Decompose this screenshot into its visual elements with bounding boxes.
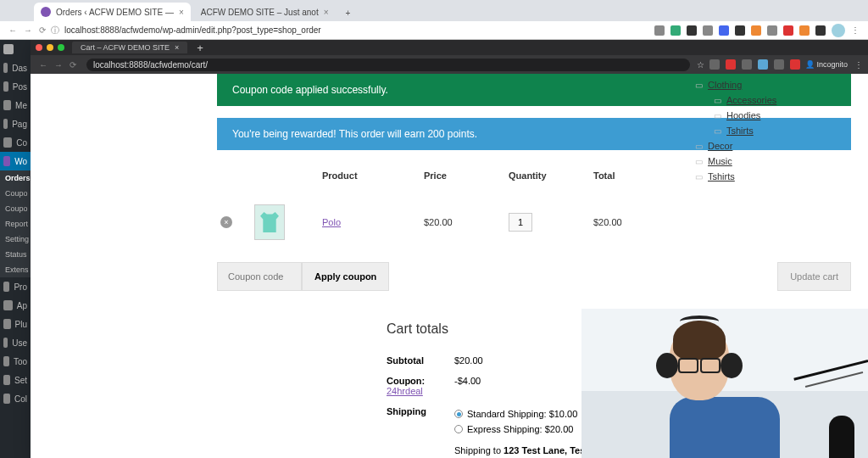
sidebar-item[interactable]: Co (0, 133, 31, 152)
star-icon[interactable]: ☆ (697, 60, 709, 70)
category-link[interactable]: ▭Hoodies (695, 108, 848, 123)
remove-item-button[interactable]: × (220, 216, 232, 228)
sidebar-item[interactable]: Use (0, 333, 31, 352)
inner-browser-tab[interactable]: Cart – ACFW DEMO SITE × (72, 42, 187, 53)
presenter (670, 327, 780, 458)
ext-icon[interactable] (709, 59, 720, 70)
folder-icon: ▭ (695, 157, 703, 166)
folder-icon: ▭ (695, 142, 703, 151)
sidebar-sub[interactable]: Coupo (0, 201, 31, 216)
pages-icon (3, 119, 8, 129)
sidebar-item[interactable]: Das (0, 59, 31, 77)
menu-icon[interactable]: ⋮ (848, 60, 863, 70)
reload-icon[interactable]: ⟳ (36, 25, 49, 35)
sidebar-sub[interactable]: Report (0, 216, 31, 232)
browser-tab[interactable]: ACFW DEMO SITE – Just anot × (194, 3, 336, 21)
sidebar-sub-orders[interactable]: Orders (0, 170, 31, 186)
subtotal-label: Subtotal (387, 355, 454, 366)
minimize-window-icon[interactable] (47, 44, 53, 51)
sidebar-item[interactable]: Too (0, 352, 31, 371)
site-info-icon[interactable]: ⓘ (51, 25, 59, 36)
quantity-input[interactable] (509, 213, 532, 232)
url-text[interactable]: localhost:8888/acfwdemo/wp-admin/edit.ph… (61, 25, 654, 35)
category-link[interactable]: ▭Music (695, 154, 848, 169)
ext-icon[interactable] (751, 25, 761, 36)
ext-icon[interactable] (815, 25, 826, 36)
ext-icon[interactable] (783, 25, 793, 36)
reload-icon[interactable]: ⟳ (66, 60, 80, 70)
ext-icon[interactable] (774, 59, 784, 70)
coupon-label: Coupon:24hrdeal (387, 376, 454, 396)
sidebar-sub[interactable]: Status (0, 247, 31, 262)
close-window-icon[interactable] (36, 44, 42, 51)
coupon-code[interactable]: 24hrdeal (387, 386, 423, 396)
sidebar-item-woocommerce[interactable]: Wo (0, 152, 31, 170)
sidebar-item[interactable]: Col (0, 389, 31, 408)
ext-icon[interactable] (758, 59, 768, 70)
appearance-icon (3, 300, 13, 310)
close-icon[interactable]: × (179, 8, 184, 17)
sidebar-sub[interactable]: Extens (0, 262, 31, 277)
category-link[interactable]: ▭Tshirts (695, 169, 848, 184)
sidebar-item[interactable]: Set (0, 371, 31, 389)
product-thumbnail[interactable] (254, 204, 285, 240)
category-link[interactable]: ▭Tshirts (695, 123, 848, 138)
coupon-input[interactable] (217, 262, 302, 291)
ext-icon[interactable] (742, 59, 752, 70)
ext-icon[interactable] (703, 25, 713, 36)
folder-icon: ▭ (714, 96, 721, 105)
category-link[interactable]: ▭Decor (695, 138, 848, 154)
new-tab-button[interactable]: + (339, 5, 358, 21)
sidebar-item[interactable]: Ap (0, 296, 31, 315)
ext-icon[interactable] (726, 59, 736, 70)
extension-icons: ⋮ (654, 24, 860, 37)
forward-icon[interactable]: → (20, 25, 36, 35)
close-icon[interactable]: × (324, 8, 329, 17)
maximize-window-icon[interactable] (58, 44, 64, 51)
sidebar-item[interactable]: Me (0, 96, 31, 114)
sidebar-item[interactable]: Plu (0, 315, 31, 333)
gear-icon (3, 375, 10, 385)
wp-logo[interactable] (0, 40, 31, 59)
dashboard-icon (3, 63, 8, 73)
ext-icon[interactable] (790, 59, 800, 70)
category-link[interactable]: ▭Clothing (695, 77, 848, 92)
product-link[interactable]: Polo (322, 217, 341, 227)
sidebar-item[interactable]: Pro (0, 277, 31, 296)
sidebar-item[interactable]: Pag (0, 114, 31, 133)
radio-icon[interactable] (454, 425, 463, 433)
webcam-overlay (581, 309, 868, 458)
folder-icon: ▭ (714, 111, 721, 120)
menu-icon[interactable]: ⋮ (851, 25, 860, 35)
ext-icon[interactable] (735, 25, 745, 36)
apply-coupon-button[interactable]: Apply coupon (302, 262, 389, 291)
new-tab-button[interactable]: + (192, 42, 209, 54)
item-total: $20.00 (590, 189, 658, 255)
close-icon[interactable]: × (175, 43, 179, 52)
radio-icon[interactable] (454, 410, 463, 418)
ext-icon[interactable] (799, 25, 810, 36)
back-icon[interactable]: ← (36, 60, 51, 70)
tab-label: Orders ‹ ACFW DEMO SITE — (56, 8, 174, 17)
sidebar-sub[interactable]: Setting (0, 232, 31, 247)
media-icon (3, 100, 11, 110)
category-link[interactable]: ▭Accessories (695, 92, 848, 108)
category-sidebar: ▭Clothing ▭Accessories ▭Hoodies ▭Tshirts… (695, 77, 848, 184)
wp-admin-sidebar: Das Pos Me Pag Co Wo Orders Coupo Coupo … (0, 40, 31, 458)
sidebar-item[interactable]: Pos (0, 77, 31, 96)
forward-icon[interactable]: → (51, 60, 66, 70)
ext-icon[interactable] (767, 25, 777, 36)
url-text[interactable]: localhost:8888/acfwdemo/cart/ (86, 59, 690, 71)
posts-icon (3, 81, 8, 92)
update-cart-button[interactable]: Update cart (777, 262, 851, 291)
ext-icon[interactable] (654, 25, 665, 36)
browser-tab[interactable]: Orders ‹ ACFW DEMO SITE — × (34, 3, 191, 21)
ext-icon[interactable] (670, 25, 681, 36)
profile-avatar[interactable] (832, 24, 845, 37)
sidebar-sub[interactable]: Coupo (0, 186, 31, 201)
users-icon (3, 338, 8, 348)
back-icon[interactable]: ← (5, 25, 20, 35)
outer-tab-strip[interactable]: Orders ‹ ACFW DEMO SITE — × ACFW DEMO SI… (0, 0, 868, 21)
ext-icon[interactable] (687, 25, 697, 36)
ext-icon[interactable] (719, 25, 729, 36)
